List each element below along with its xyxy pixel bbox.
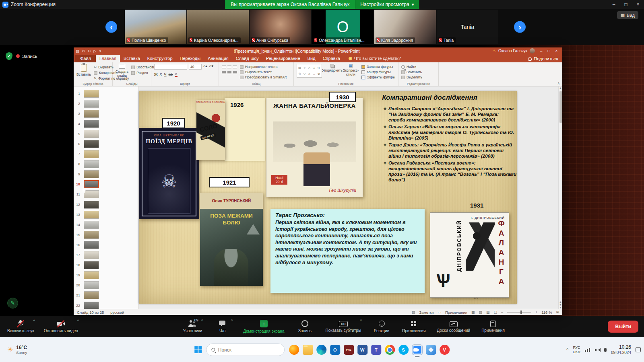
ribbon-tab[interactable]: Рецензирование	[262, 55, 304, 62]
taskbar-clock[interactable]: 10:26 09.04.2024	[611, 344, 631, 356]
slideshow-icon[interactable]: ▷	[94, 49, 97, 53]
annotation-pen-button[interactable]: ✎	[7, 298, 18, 309]
slide-thumbnail[interactable]: 6	[74, 139, 138, 149]
zoom-in-icon[interactable]: +	[535, 310, 537, 314]
shape-fill-button[interactable]: Заливка фигуры	[361, 65, 395, 69]
taskbar-app-icon[interactable]: PRE	[344, 345, 354, 355]
align-center-icon[interactable]	[227, 71, 231, 74]
bold-button[interactable]: Ж	[154, 72, 158, 76]
align-left-icon[interactable]	[222, 71, 226, 74]
speaker-icon[interactable]	[595, 348, 600, 352]
taskbar-app-icon[interactable]: T	[371, 345, 381, 355]
comments-toggle[interactable]: Примечания	[445, 310, 467, 315]
indent-icon[interactable]	[233, 65, 237, 68]
ribbon-tab[interactable]: Переходы	[176, 55, 204, 62]
taskbar-app-icon[interactable]: V	[440, 345, 450, 355]
slide-thumbnail[interactable]: 5	[74, 129, 138, 139]
slide-thumbnail[interactable]: 3	[74, 109, 138, 119]
view-settings-button[interactable]: Настройки просмотра ▾	[355, 0, 419, 9]
taskbar-app-icon[interactable]	[426, 345, 436, 355]
previous-slide-icon[interactable]: ▲	[559, 300, 562, 303]
replace-button[interactable]: Заменить	[401, 70, 422, 74]
ppt-close-button[interactable]: ×	[553, 49, 560, 53]
toolbar-button[interactable]: Приложения	[400, 319, 427, 335]
scrollbar-thumb[interactable]	[559, 91, 562, 123]
find-button[interactable]: Найти	[401, 65, 422, 69]
slide-thumbnail[interactable]: 19	[74, 270, 138, 280]
minimize-button[interactable]: –	[608, 0, 620, 9]
slide-thumbnail[interactable]: 20	[74, 280, 138, 290]
slide-thumbnail[interactable]: 12	[74, 200, 138, 210]
save-icon[interactable]: ▤	[76, 49, 79, 53]
chevron-up-icon[interactable]: ^	[77, 319, 79, 323]
ribbon-tab[interactable]: Главная	[96, 55, 120, 62]
ribbon-tab[interactable]: Слайд-шоу	[232, 55, 262, 62]
taskbar-app-icon[interactable]	[303, 345, 313, 355]
scroll-down-icon[interactable]: ▼	[559, 306, 562, 309]
shape-outline-button[interactable]: Контур фигуры	[361, 70, 395, 74]
slideshow-view-icon[interactable]: ▢	[493, 310, 497, 314]
taskbar-app-icon[interactable]	[316, 345, 326, 355]
tell-me-box[interactable]: Что вы хотите сделать?	[349, 56, 401, 62]
slide-thumbnail[interactable]: 21	[74, 290, 138, 300]
ppt-share-button[interactable]: Поделиться	[528, 56, 558, 61]
taskbar-app-icon[interactable]	[412, 345, 422, 355]
collapse-ribbon-icon[interactable]: ∧	[557, 81, 560, 85]
participant-tile[interactable]: Юля Задорожня	[374, 10, 436, 44]
new-slide-button[interactable]: Создать слайд	[116, 64, 128, 78]
account-name[interactable]: Оксана Гальчук	[498, 49, 527, 53]
shrink-font-icon[interactable]: А▾	[209, 64, 214, 70]
previous-participants-button[interactable]: ‹	[105, 21, 117, 33]
zoom-level[interactable]: 116 %	[541, 310, 552, 315]
taskbar-app-icon[interactable]	[385, 345, 395, 355]
redo-icon[interactable]: ↻	[88, 49, 91, 53]
scroll-up-icon[interactable]: ▲	[559, 86, 562, 89]
font-name-combo[interactable]	[154, 64, 187, 70]
align-text-button[interactable]: Выровнять текст	[240, 70, 287, 74]
notification-center-icon[interactable]	[636, 347, 641, 352]
tray-expand-icon[interactable]: ^	[566, 348, 568, 352]
tray-mic-icon[interactable]	[604, 348, 607, 352]
start-button[interactable]	[194, 346, 202, 354]
zoom-out-icon[interactable]: –	[501, 310, 503, 314]
shape-effects-button[interactable]: Эффекты фигуры	[361, 75, 395, 79]
sorter-view-icon[interactable]: ▤	[479, 310, 482, 314]
select-button[interactable]: Выделить	[401, 75, 422, 79]
strikethrough-button[interactable]: аб	[169, 72, 173, 76]
taskbar-app-icon[interactable]: S	[398, 345, 409, 355]
slide-thumbnail[interactable]: 2	[74, 99, 138, 109]
numbered-list-icon[interactable]	[227, 65, 231, 68]
account-avatar[interactable]	[530, 48, 535, 53]
paste-button[interactable]: Вставить	[76, 64, 91, 76]
slide-thumbnail[interactable]: 14	[74, 220, 138, 230]
toolbar-button[interactable]: Запись	[294, 319, 316, 335]
taskbar-weather-widget[interactable]: ☀ 16°C Sunny	[4, 337, 30, 362]
slide-canvas[interactable]: 1920 1926 1921 1930 1931 ЮРА ШКРУМЕЛЯК П…	[139, 91, 517, 304]
font-color-button[interactable]: А	[175, 72, 177, 77]
ribbon-tab[interactable]: Вид	[304, 55, 319, 62]
ribbon-tab[interactable]: Конструктор	[144, 55, 176, 62]
slide-thumbnail[interactable]: 18	[74, 260, 138, 270]
close-button[interactable]: ×	[632, 0, 644, 9]
toolbar-button[interactable]: ^ Включить звук	[6, 319, 36, 334]
maximize-button[interactable]: □	[620, 0, 632, 9]
fit-slide-icon[interactable]: ⊞	[556, 310, 559, 314]
chevron-up-icon[interactable]: ^	[33, 319, 35, 323]
participant-tile[interactable]: Tania Tania	[437, 10, 498, 44]
vertical-scrollbar[interactable]: ▲ ▲ ▼ ▼	[558, 86, 562, 309]
shapes-gallery[interactable]: ▭○△□◇ ☆▽⌂↔⊕	[297, 64, 322, 78]
text-direction-button[interactable]: Направление текста	[240, 65, 287, 69]
ribbon-tab[interactable]: Справка	[319, 55, 344, 62]
security-shield-icon[interactable]: ✔	[6, 52, 12, 60]
network-icon[interactable]	[585, 348, 590, 352]
chevron-up-icon[interactable]: ^	[231, 319, 233, 323]
toolbar-button[interactable]: 89 ^ Участники	[182, 319, 204, 335]
underline-button[interactable]: Ч	[164, 72, 166, 76]
undo-icon[interactable]: ↺	[82, 49, 85, 53]
slide-thumbnail[interactable]: 7	[74, 149, 138, 159]
ribbon-tab[interactable]: Вставка	[120, 55, 144, 62]
reading-view-icon[interactable]: ▥	[486, 310, 490, 314]
ppt-minimize-button[interactable]: –	[537, 49, 545, 53]
quick-styles-button[interactable]: Экспресс-стили	[343, 64, 359, 76]
slide-thumbnail[interactable]: 4	[74, 119, 138, 129]
